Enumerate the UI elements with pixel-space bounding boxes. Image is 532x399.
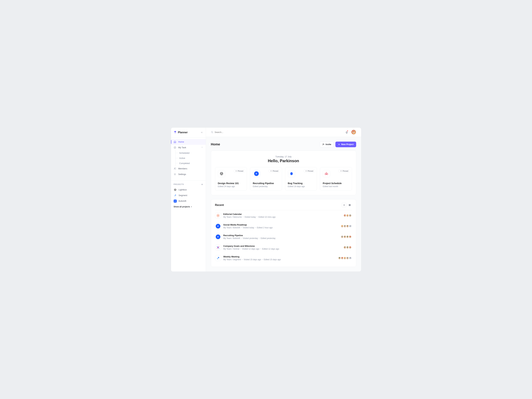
boltshift-icon (174, 200, 177, 203)
nav-home[interactable]: Home (171, 139, 206, 145)
svg-point-28 (342, 226, 342, 226)
pinned-card[interactable]: PinnedProject ScheduleEdited last month (320, 167, 352, 190)
svg-point-44 (344, 237, 345, 237)
profile-avatar[interactable] (351, 130, 356, 135)
add-project-button[interactable]: + (201, 183, 203, 186)
task-icon (174, 146, 176, 149)
recent-row[interactable]: Company Goals and MilestoneMy Team / Xen… (215, 242, 352, 253)
member-avatars (344, 246, 352, 249)
more-members[interactable]: +2 (348, 224, 352, 228)
svg-point-45 (345, 237, 345, 237)
nav-my-task[interactable]: My Task (171, 145, 206, 150)
svg-point-61 (348, 247, 348, 248)
svg-point-40 (342, 237, 342, 237)
svg-point-20 (347, 215, 347, 216)
svg-point-63 (349, 246, 351, 249)
members-icon (174, 167, 176, 170)
recent-row-icon (215, 244, 221, 250)
svg-point-36 (347, 226, 347, 226)
member-avatar[interactable] (348, 246, 352, 249)
chevron-up-icon (201, 146, 203, 149)
project-boltshift[interactable]: Boltshift (171, 198, 206, 204)
project-label: Segment (179, 194, 187, 196)
new-project-button[interactable]: New Project (336, 142, 356, 147)
svg-point-52 (349, 237, 350, 237)
recent-row-sub: My Team / Xentral•Visited 12 days ago•Ed… (223, 248, 342, 250)
member-avatar[interactable] (348, 214, 352, 217)
projects-label: PROJECTS (174, 184, 184, 185)
topbar (206, 128, 361, 137)
svg-point-4 (352, 131, 355, 134)
pinned-card-icon (288, 170, 295, 177)
svg-point-32 (344, 226, 345, 226)
project-segment[interactable]: Segment (171, 193, 206, 198)
search-input[interactable] (211, 131, 344, 133)
content-area: Home Invite New Project Tuesday, 17 July… (206, 137, 361, 272)
svg-point-53 (350, 237, 351, 237)
svg-point-72 (342, 258, 342, 258)
pinned-card-icon (253, 170, 260, 177)
grid-view-button[interactable] (347, 203, 352, 207)
svg-rect-0 (174, 147, 176, 148)
sidebar-header: Planner (171, 128, 206, 137)
recent-row[interactable]: Social Media RoadmapMy Team / Boltshift•… (215, 221, 352, 232)
nav-active[interactable]: Active (171, 156, 206, 161)
svg-point-80 (347, 258, 347, 258)
nav-settings[interactable]: Settings (171, 171, 206, 177)
recent-row[interactable]: Weekly MeetingMy Team / Segment•Visited … (215, 253, 352, 263)
member-avatars (344, 214, 352, 217)
nav-members[interactable]: Members (171, 166, 206, 171)
invite-button[interactable]: Invite (320, 142, 334, 147)
nav-completed[interactable]: Completed (171, 161, 206, 166)
pinned-card-title: Design Review 101 (218, 182, 244, 185)
pinned-card-icon (218, 170, 225, 177)
pin-icon (235, 170, 237, 172)
pinned-card-title: Bug Tracking (288, 182, 314, 185)
recent-row[interactable]: Editorial CalendarMy Team / Nietzsche•Vi… (215, 210, 352, 221)
show-all-projects[interactable]: Show all projects (171, 204, 206, 209)
recent-row-title: Company Goals and Milestone (223, 245, 342, 247)
notification-dot (347, 130, 348, 131)
nav-members-label: Members (178, 167, 187, 170)
svg-point-23 (349, 214, 351, 217)
project-label: Lightbox (179, 189, 187, 191)
project-label: Boltshift (179, 200, 186, 202)
pinned-card-sub: Edited yesterday (253, 185, 279, 188)
invite-icon (322, 143, 325, 146)
chevron-right-icon (191, 206, 192, 208)
app-logo-icon (174, 131, 177, 134)
main-nav: Home My Task Scheduled Active Completed … (171, 137, 206, 179)
pinned-label: Pinned (238, 170, 243, 172)
member-avatar[interactable] (348, 235, 352, 239)
recent-row-icon (215, 255, 221, 261)
pin-icon (305, 170, 307, 172)
svg-point-64 (349, 247, 350, 248)
svg-point-51 (349, 236, 351, 238)
sidebar: Planner Home My Task Scheduled Active Co… (171, 128, 206, 272)
app-window: Planner Home My Task Scheduled Active Co… (171, 128, 361, 272)
svg-point-56 (344, 247, 345, 248)
member-avatars: +2 (341, 224, 352, 228)
svg-point-37 (348, 226, 348, 226)
recent-title: Recent (215, 203, 224, 207)
svg-rect-10 (350, 204, 350, 205)
pinned-card[interactable]: PinnedBug TrackingEdited 18 days ago (285, 167, 317, 190)
pinned-card[interactable]: PinnedDesign Review 101Edited 24 days ag… (215, 167, 247, 190)
notifications-button[interactable] (344, 130, 349, 135)
recent-row-sub: My Team / Segment•Visited 15 days ago•Ed… (223, 258, 336, 261)
lightbox-icon (174, 188, 177, 191)
pinned-badge: Pinned (234, 169, 245, 173)
more-members[interactable]: +5 (348, 256, 352, 260)
svg-point-69 (340, 258, 340, 258)
collapse-sidebar-button[interactable] (200, 131, 203, 134)
list-view-button[interactable] (342, 203, 346, 207)
pinned-card[interactable]: PinnedRecruiting PipelineEdited yesterda… (250, 167, 282, 190)
nav-home-label: Home (178, 141, 184, 143)
nav-scheduled[interactable]: Scheduled (171, 150, 206, 156)
svg-point-24 (349, 215, 350, 216)
recent-row[interactable]: Recruiting PipelineMy Team / Boltshift•V… (215, 232, 352, 242)
search-field[interactable] (215, 131, 344, 133)
project-lightbox[interactable]: Lightbox (171, 187, 206, 193)
recent-row-body: Weekly MeetingMy Team / Segment•Visited … (223, 255, 336, 261)
segment-icon (174, 194, 177, 197)
